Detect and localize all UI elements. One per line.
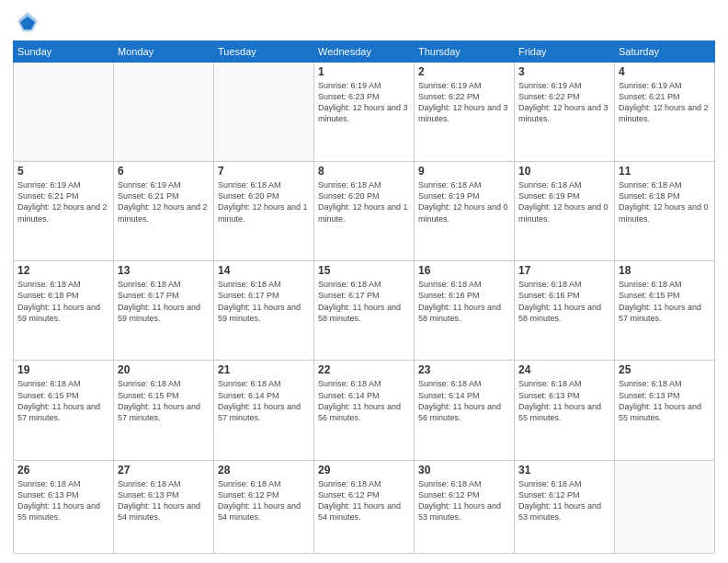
day-info: Sunrise: 6:18 AM Sunset: 6:19 PM Dayligh…	[518, 179, 610, 224]
day-info: Sunrise: 6:18 AM Sunset: 6:20 PM Dayligh…	[318, 179, 410, 224]
calendar-cell: 15Sunrise: 6:18 AM Sunset: 6:17 PM Dayli…	[314, 261, 415, 361]
day-number: 18	[619, 264, 711, 277]
day-number: 2	[418, 65, 510, 78]
calendar-cell: 3Sunrise: 6:19 AM Sunset: 6:22 PM Daylig…	[515, 63, 615, 162]
calendar-cell: 2Sunrise: 6:19 AM Sunset: 6:22 PM Daylig…	[415, 63, 515, 162]
weekday-header: Saturday	[615, 41, 715, 63]
calendar-cell: 22Sunrise: 6:18 AM Sunset: 6:14 PM Dayli…	[314, 361, 415, 460]
day-number: 24	[518, 363, 610, 376]
calendar-cell: 21Sunrise: 6:18 AM Sunset: 6:14 PM Dayli…	[214, 361, 314, 460]
day-number: 12	[17, 264, 109, 277]
day-number: 25	[619, 363, 711, 376]
calendar-cell: 8Sunrise: 6:18 AM Sunset: 6:20 PM Daylig…	[314, 162, 415, 261]
day-number: 21	[218, 363, 310, 376]
day-number: 15	[318, 264, 410, 277]
day-info: Sunrise: 6:18 AM Sunset: 6:15 PM Dayligh…	[118, 378, 210, 423]
day-info: Sunrise: 6:18 AM Sunset: 6:17 PM Dayligh…	[318, 279, 410, 324]
calendar-cell: 5Sunrise: 6:19 AM Sunset: 6:21 PM Daylig…	[14, 162, 114, 261]
day-info: Sunrise: 6:19 AM Sunset: 6:22 PM Dayligh…	[518, 80, 610, 125]
calendar-cell	[114, 63, 214, 162]
day-info: Sunrise: 6:18 AM Sunset: 6:12 PM Dayligh…	[218, 478, 310, 523]
weekday-header: Thursday	[415, 41, 515, 63]
day-number: 30	[418, 464, 510, 477]
day-number: 14	[218, 264, 310, 277]
day-info: Sunrise: 6:18 AM Sunset: 6:18 PM Dayligh…	[619, 179, 711, 224]
day-number: 20	[118, 363, 210, 376]
calendar-week-row: 1Sunrise: 6:19 AM Sunset: 6:23 PM Daylig…	[14, 63, 715, 162]
calendar-table: SundayMondayTuesdayWednesdayThursdayFrid…	[13, 40, 715, 554]
day-number: 26	[17, 464, 109, 477]
calendar-cell: 19Sunrise: 6:18 AM Sunset: 6:15 PM Dayli…	[14, 361, 114, 460]
day-number: 29	[318, 464, 410, 477]
calendar-cell: 25Sunrise: 6:18 AM Sunset: 6:13 PM Dayli…	[615, 361, 715, 460]
calendar-cell	[214, 63, 314, 162]
day-info: Sunrise: 6:18 AM Sunset: 6:17 PM Dayligh…	[218, 279, 310, 324]
day-number: 17	[518, 264, 610, 277]
day-number: 22	[318, 363, 410, 376]
header	[13, 9, 715, 35]
day-info: Sunrise: 6:18 AM Sunset: 6:17 PM Dayligh…	[118, 279, 210, 324]
weekday-header: Monday	[114, 41, 214, 63]
day-info: Sunrise: 6:18 AM Sunset: 6:20 PM Dayligh…	[218, 179, 310, 224]
day-number: 28	[218, 464, 310, 477]
calendar-cell: 7Sunrise: 6:18 AM Sunset: 6:20 PM Daylig…	[214, 162, 314, 261]
calendar-cell	[14, 63, 114, 162]
day-info: Sunrise: 6:19 AM Sunset: 6:21 PM Dayligh…	[17, 179, 109, 224]
calendar-cell: 29Sunrise: 6:18 AM Sunset: 6:12 PM Dayli…	[314, 460, 415, 553]
weekday-header: Tuesday	[214, 41, 314, 63]
day-number: 23	[418, 363, 510, 376]
day-info: Sunrise: 6:18 AM Sunset: 6:15 PM Dayligh…	[17, 378, 109, 423]
calendar-cell: 24Sunrise: 6:18 AM Sunset: 6:13 PM Dayli…	[515, 361, 615, 460]
day-number: 16	[418, 264, 510, 277]
calendar-cell: 27Sunrise: 6:18 AM Sunset: 6:13 PM Dayli…	[114, 460, 214, 553]
calendar-cell: 31Sunrise: 6:18 AM Sunset: 6:12 PM Dayli…	[515, 460, 615, 553]
day-number: 10	[518, 165, 610, 178]
weekday-header: Friday	[515, 41, 615, 63]
day-info: Sunrise: 6:18 AM Sunset: 6:15 PM Dayligh…	[619, 279, 711, 324]
day-info: Sunrise: 6:18 AM Sunset: 6:16 PM Dayligh…	[418, 279, 510, 324]
day-info: Sunrise: 6:18 AM Sunset: 6:13 PM Dayligh…	[118, 478, 210, 523]
day-number: 31	[518, 464, 610, 477]
day-info: Sunrise: 6:18 AM Sunset: 6:14 PM Dayligh…	[318, 378, 410, 423]
day-number: 27	[118, 464, 210, 477]
calendar-cell	[615, 460, 715, 553]
day-number: 5	[17, 165, 109, 178]
day-number: 6	[118, 165, 210, 178]
calendar-cell: 18Sunrise: 6:18 AM Sunset: 6:15 PM Dayli…	[615, 261, 715, 361]
calendar-cell: 14Sunrise: 6:18 AM Sunset: 6:17 PM Dayli…	[214, 261, 314, 361]
logo-icon	[15, 9, 40, 35]
day-info: Sunrise: 6:19 AM Sunset: 6:21 PM Dayligh…	[118, 179, 210, 224]
day-info: Sunrise: 6:18 AM Sunset: 6:13 PM Dayligh…	[17, 478, 109, 523]
calendar-cell: 28Sunrise: 6:18 AM Sunset: 6:12 PM Dayli…	[214, 460, 314, 553]
day-number: 13	[118, 264, 210, 277]
day-info: Sunrise: 6:18 AM Sunset: 6:18 PM Dayligh…	[17, 279, 109, 324]
calendar-cell: 10Sunrise: 6:18 AM Sunset: 6:19 PM Dayli…	[515, 162, 615, 261]
day-number: 9	[418, 165, 510, 178]
calendar-cell: 13Sunrise: 6:18 AM Sunset: 6:17 PM Dayli…	[114, 261, 214, 361]
calendar-cell: 23Sunrise: 6:18 AM Sunset: 6:14 PM Dayli…	[415, 361, 515, 460]
day-info: Sunrise: 6:18 AM Sunset: 6:12 PM Dayligh…	[518, 478, 610, 523]
logo	[13, 9, 40, 35]
calendar-cell: 4Sunrise: 6:19 AM Sunset: 6:21 PM Daylig…	[615, 63, 715, 162]
day-number: 8	[318, 165, 410, 178]
calendar-cell: 16Sunrise: 6:18 AM Sunset: 6:16 PM Dayli…	[415, 261, 515, 361]
day-number: 7	[218, 165, 310, 178]
calendar-cell: 1Sunrise: 6:19 AM Sunset: 6:23 PM Daylig…	[314, 63, 415, 162]
calendar-cell: 17Sunrise: 6:18 AM Sunset: 6:16 PM Dayli…	[515, 261, 615, 361]
day-info: Sunrise: 6:19 AM Sunset: 6:22 PM Dayligh…	[418, 80, 510, 125]
day-info: Sunrise: 6:19 AM Sunset: 6:23 PM Dayligh…	[318, 80, 410, 125]
day-info: Sunrise: 6:18 AM Sunset: 6:19 PM Dayligh…	[418, 179, 510, 224]
calendar-cell: 12Sunrise: 6:18 AM Sunset: 6:18 PM Dayli…	[14, 261, 114, 361]
calendar-week-row: 12Sunrise: 6:18 AM Sunset: 6:18 PM Dayli…	[14, 261, 715, 361]
day-info: Sunrise: 6:18 AM Sunset: 6:12 PM Dayligh…	[318, 478, 410, 523]
calendar-cell: 26Sunrise: 6:18 AM Sunset: 6:13 PM Dayli…	[14, 460, 114, 553]
day-number: 11	[619, 165, 711, 178]
weekday-header: Wednesday	[314, 41, 415, 63]
weekday-header: Sunday	[14, 41, 114, 63]
calendar-cell: 20Sunrise: 6:18 AM Sunset: 6:15 PM Dayli…	[114, 361, 214, 460]
calendar-week-row: 5Sunrise: 6:19 AM Sunset: 6:21 PM Daylig…	[14, 162, 715, 261]
calendar-week-row: 19Sunrise: 6:18 AM Sunset: 6:15 PM Dayli…	[14, 361, 715, 460]
day-number: 19	[17, 363, 109, 376]
day-info: Sunrise: 6:18 AM Sunset: 6:12 PM Dayligh…	[418, 478, 510, 523]
calendar-week-row: 26Sunrise: 6:18 AM Sunset: 6:13 PM Dayli…	[14, 460, 715, 553]
